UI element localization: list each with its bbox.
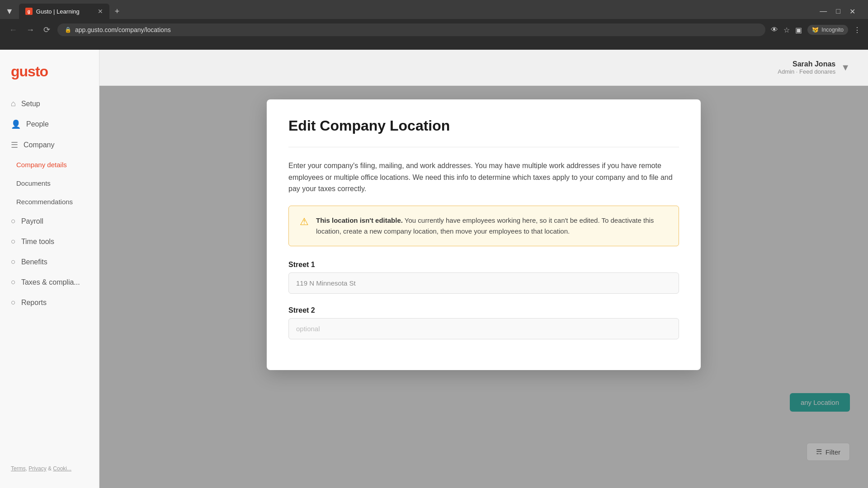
refresh-btn[interactable]: ⟳ <box>42 24 52 36</box>
user-details: Sarah Jonas Admin · Feed donares <box>778 60 835 75</box>
address-text: app.gusto.com/company/locations <box>75 26 171 33</box>
tab-favicon: g <box>25 8 33 15</box>
benefits-icon: ○ <box>11 257 16 267</box>
warning-text: This location isn't editable. You curren… <box>316 215 668 237</box>
lock-icon: 🔒 <box>65 27 71 33</box>
sidebar-footer: Terms, Privacy & Cooki... <box>0 458 99 479</box>
people-icon: 👤 <box>11 119 21 129</box>
new-tab-btn[interactable]: + <box>111 5 123 18</box>
tab-bar: ▼ g Gusto | Learning ✕ + — □ ✕ <box>0 0 868 19</box>
chevron-down-icon: ▼ <box>841 62 850 73</box>
tab-close-btn[interactable]: ✕ <box>98 8 103 15</box>
sidebar-label-setup: Setup <box>21 100 40 108</box>
sidebar-label-documents: Documents <box>16 179 51 187</box>
sidebar-label-people: People <box>26 120 49 128</box>
reports-icon: ○ <box>11 298 16 307</box>
user-name: Sarah Jonas <box>778 60 835 68</box>
warning-bold-text: This location isn't editable. <box>316 216 403 224</box>
modal-description: Enter your company's filing, mailing, an… <box>288 160 679 195</box>
minimize-btn[interactable]: — <box>820 7 827 15</box>
active-tab[interactable]: g Gusto | Learning ✕ <box>19 4 109 19</box>
footer-privacy-link[interactable]: Privacy <box>28 465 46 472</box>
address-bar-row: ← → ⟳ 🔒 app.gusto.com/company/locations … <box>0 19 868 41</box>
street1-label: Street 1 <box>288 261 679 269</box>
sidebar-item-reports[interactable]: ○ Reports <box>0 292 99 313</box>
sidebar-label-recommendations: Recommendations <box>16 198 73 206</box>
user-role: Admin · Feed donares <box>778 68 835 75</box>
sidebar-label-taxes: Taxes & complia... <box>21 278 80 286</box>
sidebar-item-benefits[interactable]: ○ Benefits <box>0 252 99 272</box>
home-icon: ⌂ <box>11 99 16 108</box>
sidebar-label-time-tools: Time tools <box>21 238 54 246</box>
eye-icon: 👁 <box>771 26 778 34</box>
sidebar-item-time-tools[interactable]: ○ Time tools <box>0 231 99 252</box>
modal-overlay: Edit Company Location Enter your company… <box>99 86 868 488</box>
payroll-icon: ○ <box>11 216 16 226</box>
app-container: gusto ⌂ Setup 👤 People ☰ Company Company… <box>0 50 868 488</box>
address-bar[interactable]: 🔒 app.gusto.com/company/locations <box>57 23 765 36</box>
tab-title: Gusto | Learning <box>36 8 80 15</box>
sidebar-item-taxes[interactable]: ○ Taxes & complia... <box>0 272 99 292</box>
modal-title: Edit Company Location <box>288 117 679 147</box>
sidebar-item-payroll[interactable]: ○ Payroll <box>0 211 99 231</box>
menu-btn[interactable]: ⋮ <box>854 26 861 34</box>
tab-switcher-btn[interactable]: ▼ <box>5 7 14 16</box>
sidebar-label-reports: Reports <box>21 299 47 307</box>
star-icon[interactable]: ☆ <box>783 26 790 34</box>
sidebar-item-company-details[interactable]: Company details <box>0 155 99 174</box>
sidebar: gusto ⌂ Setup 👤 People ☰ Company Company… <box>0 50 99 488</box>
time-icon: ○ <box>11 237 16 246</box>
street1-input[interactable] <box>288 272 679 294</box>
incognito-label: Incognito <box>821 27 844 33</box>
company-icon: ☰ <box>11 140 18 150</box>
street2-field-group: Street 2 <box>288 306 679 339</box>
sidebar-label-payroll: Payroll <box>21 217 43 225</box>
sidebar-label-company-details: Company details <box>16 161 67 169</box>
logo: gusto <box>0 59 99 94</box>
warning-box: ⚠ This location isn't editable. You curr… <box>288 206 679 246</box>
window-icon[interactable]: ▣ <box>795 26 802 34</box>
forward-btn[interactable]: → <box>24 24 36 36</box>
sidebar-item-documents[interactable]: Documents <box>0 174 99 192</box>
sidebar-item-company[interactable]: ☰ Company <box>0 135 99 155</box>
browser-chrome: ▼ g Gusto | Learning ✕ + — □ ✕ ← → ⟳ 🔒 a… <box>0 0 868 50</box>
back-btn[interactable]: ← <box>7 24 19 36</box>
sidebar-label-benefits: Benefits <box>21 258 47 266</box>
content-area: any Location ☴ Filter Edit Company Locat… <box>99 86 868 488</box>
user-info[interactable]: Sarah Jonas Admin · Feed donares ▼ <box>778 60 850 75</box>
footer-cookie-link[interactable]: Cooki... <box>53 465 71 472</box>
main-content: Sarah Jonas Admin · Feed donares ▼ any L… <box>99 50 868 488</box>
street2-label: Street 2 <box>288 306 679 314</box>
sidebar-label-company: Company <box>24 141 54 149</box>
top-bar: Sarah Jonas Admin · Feed donares ▼ <box>99 50 868 86</box>
edit-company-location-modal: Edit Company Location Enter your company… <box>267 99 701 370</box>
browser-actions: 👁 ☆ ▣ 😿 Incognito ⋮ <box>771 25 861 35</box>
street2-input[interactable] <box>288 318 679 339</box>
sidebar-item-setup[interactable]: ⌂ Setup <box>0 94 99 114</box>
warning-icon: ⚠ <box>300 216 309 237</box>
incognito-icon: 😿 <box>812 27 819 33</box>
sidebar-item-people[interactable]: 👤 People <box>0 114 99 135</box>
window-controls: — □ ✕ <box>820 7 863 16</box>
street1-field-group: Street 1 <box>288 261 679 294</box>
footer-terms-link[interactable]: Terms <box>11 465 26 472</box>
sidebar-item-recommendations[interactable]: Recommendations <box>0 192 99 211</box>
taxes-icon: ○ <box>11 277 16 287</box>
incognito-badge: 😿 Incognito <box>807 25 848 35</box>
maximize-btn[interactable]: □ <box>836 7 840 15</box>
close-btn[interactable]: ✕ <box>849 7 855 16</box>
